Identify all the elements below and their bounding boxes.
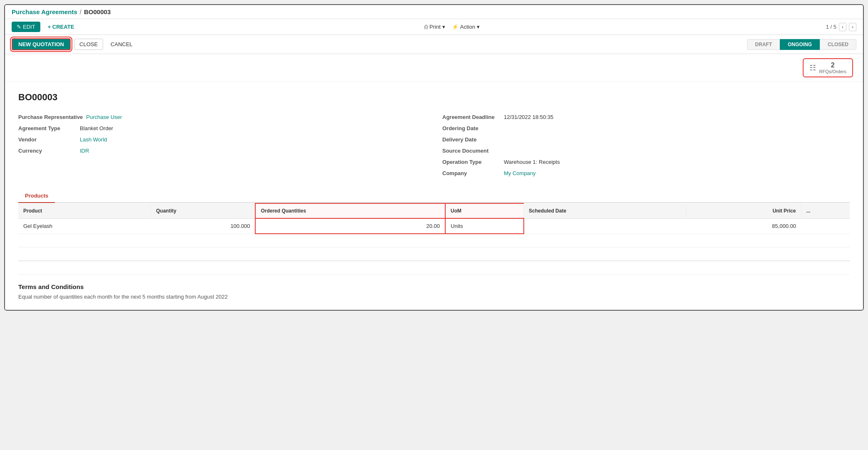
smart-buttons-area: ☷ 2 RFQs/Orders <box>5 54 863 82</box>
terms-title: Terms and Conditions <box>18 283 850 290</box>
action-dropdown-icon: ▾ <box>477 24 480 30</box>
field-currency: Currency IDR <box>18 146 426 155</box>
fields-right: Agreement Deadline 12/31/2022 18:50:35 O… <box>442 113 850 178</box>
table-header-row: Product Quantity Ordered Quantities UoM … <box>18 203 850 218</box>
cell-uom: Units <box>445 218 524 234</box>
col-actions: ... <box>801 203 850 218</box>
breadcrumb-separator: / <box>80 8 81 15</box>
field-agreement-deadline: Agreement Deadline 12/31/2022 18:50:35 <box>442 113 850 121</box>
edit-icon: ✎ <box>17 24 21 30</box>
close-button[interactable]: CLOSE <box>74 39 103 50</box>
col-quantity: Quantity <box>151 203 255 218</box>
toolbar-left: ✎ EDIT + CREATE <box>12 22 78 32</box>
pagination-text: 1 / 5 <box>826 24 836 30</box>
field-source-document: Source Document <box>442 146 850 155</box>
cell-scheduled-date <box>524 218 686 234</box>
tab-products[interactable]: Products <box>18 189 55 203</box>
terms-text: Equal number of quantities each month fo… <box>18 294 850 300</box>
rfq-orders-button[interactable]: ☷ 2 RFQs/Orders <box>803 58 853 77</box>
col-unit-price: Unit Price <box>686 203 801 218</box>
col-uom: UoM <box>445 203 524 218</box>
company-value[interactable]: My Company <box>504 170 536 176</box>
fields-grid: Purchase Representative Purchase User Ag… <box>18 113 850 178</box>
status-draft[interactable]: DRAFT <box>747 39 780 50</box>
field-operation-type: Operation Type Warehouse 1: Receipts <box>442 158 850 166</box>
orders-icon: ☷ <box>809 63 816 72</box>
breadcrumb-current: BO00003 <box>84 8 111 15</box>
cell-product: Gel Eyelash <box>18 218 151 234</box>
action-bar: NEW QUOTATION CLOSE CANCEL DRAFT ONGOING… <box>5 35 863 54</box>
cell-quantity: 100.000 <box>151 218 255 234</box>
prev-button[interactable]: ‹ <box>839 23 846 31</box>
status-ongoing[interactable]: ONGOING <box>780 39 820 50</box>
agreement-type-value: Blanket Order <box>80 125 113 131</box>
create-button[interactable]: + CREATE <box>44 22 79 32</box>
operation-type-value: Warehouse 1: Receipts <box>504 159 560 165</box>
field-purchase-representative: Purchase Representative Purchase User <box>18 113 426 121</box>
cell-unit-price: 85,000.00 <box>686 218 801 234</box>
currency-value[interactable]: IDR <box>80 148 89 154</box>
main-content: BO00003 Purchase Representative Purchase… <box>5 82 863 310</box>
print-dropdown-icon: ▾ <box>442 24 445 30</box>
toolbar-center: ⎙ Print ▾ ⚡ Action ▾ <box>424 24 480 30</box>
tabs-container: Products <box>18 189 850 203</box>
action-button[interactable]: ⚡ Action ▾ <box>452 24 480 30</box>
action-bar-left: NEW QUOTATION CLOSE CANCEL <box>12 38 137 50</box>
field-vendor: Vendor Lash World <box>18 135 426 144</box>
col-product: Product <box>18 203 151 218</box>
print-icon: ⎙ <box>424 24 428 30</box>
action-icon: ⚡ <box>452 24 459 30</box>
fields-left: Purchase Representative Purchase User Ag… <box>18 113 426 178</box>
agreement-deadline-value: 12/31/2022 18:50:35 <box>504 114 553 120</box>
empty-row-1 <box>18 234 850 247</box>
toolbar: ✎ EDIT + CREATE ⎙ Print ▾ ⚡ Action ▾ 1 /… <box>5 19 863 35</box>
field-company: Company My Company <box>442 169 850 178</box>
cell-row-actions <box>801 218 850 234</box>
products-table: Product Quantity Ordered Quantities UoM … <box>18 203 850 261</box>
status-closed[interactable]: CLOSED <box>820 39 856 50</box>
print-button[interactable]: ⎙ Print ▾ <box>424 24 445 30</box>
cancel-button[interactable]: CANCEL <box>106 39 137 49</box>
breadcrumb: Purchase Agreements / BO00003 <box>12 8 111 15</box>
field-ordering-date: Ordering Date <box>442 124 850 133</box>
edit-button[interactable]: ✎ EDIT <box>12 22 40 32</box>
rfq-info: 2 RFQs/Orders <box>819 62 846 74</box>
new-quotation-button[interactable]: NEW QUOTATION <box>12 38 71 50</box>
terms-section: Terms and Conditions Equal number of qua… <box>18 274 850 300</box>
purchase-representative-value[interactable]: Purchase User <box>86 114 122 120</box>
status-steps: DRAFT ONGOING CLOSED <box>747 39 856 50</box>
field-agreement-type: Agreement Type Blanket Order <box>18 124 426 133</box>
section-divider <box>18 261 850 261</box>
col-ordered-quantities: Ordered Quantities <box>255 203 445 218</box>
toolbar-right: 1 / 5 ‹ › <box>826 23 856 31</box>
empty-row-2 <box>18 247 850 260</box>
cell-ordered-quantities: 20.00 <box>255 218 445 234</box>
col-scheduled-date: Scheduled Date <box>524 203 686 218</box>
breadcrumb-parent[interactable]: Purchase Agreements <box>12 8 77 15</box>
next-button[interactable]: › <box>849 23 856 31</box>
table-row: Gel Eyelash 100.000 20.00 Units 85,000.0… <box>18 218 850 234</box>
record-title: BO00003 <box>18 92 850 103</box>
field-delivery-date: Delivery Date <box>442 135 850 144</box>
vendor-value[interactable]: Lash World <box>80 136 107 143</box>
